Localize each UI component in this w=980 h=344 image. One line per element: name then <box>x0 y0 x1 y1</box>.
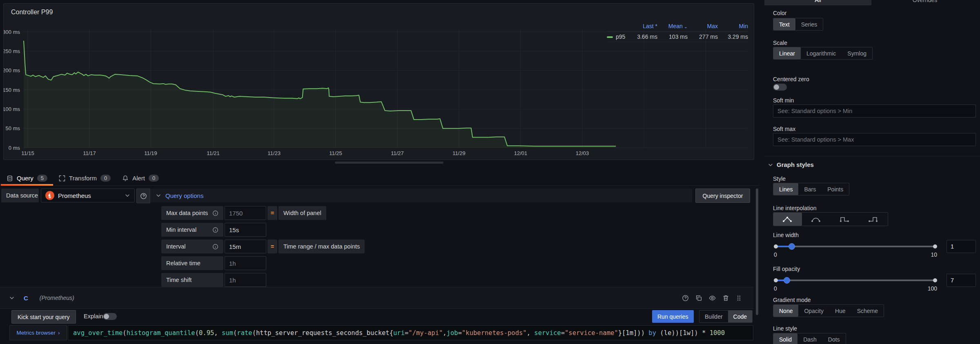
x-axis-label: 11/15 <box>21 150 34 156</box>
sort-caret-icon: ⌄ <box>684 24 688 29</box>
code-token: ) <box>694 329 698 337</box>
option-input-max-data-points[interactable]: 1750 <box>225 206 266 220</box>
data-source-value: Prometheus <box>58 192 121 199</box>
gradient-mode-radio-group: NoneOpacityHueScheme <box>773 304 884 317</box>
drag-handle-icon[interactable] <box>736 295 742 302</box>
code-token: "/my-api" <box>408 329 443 337</box>
scale-label: Scale <box>773 40 787 46</box>
color-option-series[interactable]: Series <box>795 18 823 30</box>
tab-count-badge: 0 <box>149 175 159 182</box>
copy-icon[interactable] <box>695 295 702 302</box>
line-style-option-dash[interactable]: Dash <box>797 333 822 344</box>
interp-step-after-button[interactable] <box>859 213 888 226</box>
code-token: avg_over_time <box>73 329 122 337</box>
run-queries-button[interactable]: Run queries <box>652 310 694 323</box>
equals-chip: = <box>267 240 277 253</box>
data-source-help-button[interactable] <box>136 189 150 203</box>
slider-handle[interactable] <box>788 243 795 250</box>
soft-max-label: Soft max <box>773 126 795 132</box>
query-inspector-button[interactable]: Query inspector <box>695 189 750 203</box>
code-token: { <box>390 329 393 337</box>
query-options-fields: Max data points1750=Width of panelMin in… <box>161 206 365 290</box>
option-input-time-shift[interactable]: 1h <box>225 273 266 287</box>
legend-header-max[interactable]: Max <box>688 23 718 29</box>
slider-track[interactable] <box>776 280 935 281</box>
option-input-relative-time[interactable]: 1h <box>225 256 266 270</box>
option-label-time-shift: Time shift <box>161 273 223 287</box>
y-axis-label: 250 ms <box>4 48 20 54</box>
help-icon[interactable] <box>682 295 689 302</box>
x-axis-label: 12/03 <box>576 150 589 156</box>
soft-max-input[interactable]: See: Standard options > Max <box>773 133 976 146</box>
mode-option-code[interactable]: Code <box>728 311 752 322</box>
legend-series-name[interactable]: p95 <box>607 33 627 40</box>
panel-resize-handle[interactable] <box>335 162 443 164</box>
code-token: le <box>664 329 672 337</box>
code-token: ( <box>122 329 126 337</box>
code-token: "service-name" <box>565 329 618 337</box>
graph-styles-section-header[interactable]: Graph styles <box>768 161 814 168</box>
interp-step-before-button[interactable] <box>831 213 859 226</box>
chevron-down-icon[interactable] <box>9 295 15 301</box>
soft-min-input[interactable]: See: Standard options > Min <box>773 104 976 118</box>
color-option-text[interactable]: Text <box>773 18 795 30</box>
gradient-mode-label: Gradient mode <box>773 297 811 303</box>
scrollbar-thumb[interactable] <box>756 189 758 315</box>
slider-track[interactable] <box>776 246 935 247</box>
mode-option-builder[interactable]: Builder <box>699 311 728 322</box>
tab-query[interactable]: Query5 <box>1 171 53 185</box>
promql-code-input[interactable]: avg_over_time(histogram_quantile(0.95, s… <box>68 325 753 340</box>
code-token: rate <box>237 329 252 337</box>
option-label-min-interval: Min interval <box>161 223 223 237</box>
slider-handle[interactable] <box>784 277 790 284</box>
legend-header-last[interactable]: Last * <box>627 23 657 29</box>
interp-smooth-button[interactable] <box>802 213 831 226</box>
kick-start-query-button[interactable]: Kick start your query <box>11 310 76 324</box>
centered-zero-toggle[interactable] <box>773 84 787 91</box>
legend-header-min[interactable]: Min <box>718 23 748 29</box>
slider-value-input[interactable]: 1 <box>947 240 976 253</box>
info-icon <box>212 244 218 250</box>
tab-all[interactable]: All <box>764 0 871 5</box>
style-option-lines[interactable]: Lines <box>773 183 798 195</box>
query-options-header[interactable]: Query options <box>151 189 692 202</box>
query-options-label: Query options <box>165 192 203 199</box>
line-style-option-dots[interactable]: Dots <box>822 333 846 344</box>
gradient-mode-option-opacity[interactable]: Opacity <box>798 305 829 317</box>
code-token: , <box>527 329 535 337</box>
query-datasource-label: (Prometheus) <box>40 295 74 301</box>
gradient-mode-option-none[interactable]: None <box>773 305 798 317</box>
code-token: 0.95 <box>199 329 214 337</box>
y-axis-label: 200 ms <box>4 67 20 73</box>
scale-option-linear[interactable]: Linear <box>773 47 801 59</box>
help-icon <box>140 193 147 200</box>
slider-value-input[interactable]: 7 <box>947 274 976 287</box>
code-token: ( <box>660 329 664 337</box>
line-style-option-solid[interactable]: Solid <box>773 333 797 344</box>
data-source-picker[interactable]: Prometheus <box>41 189 135 202</box>
style-option-bars[interactable]: Bars <box>798 183 822 195</box>
metrics-browser-button[interactable]: Metrics browser › <box>9 325 67 340</box>
x-axis-label: 11/25 <box>329 150 342 156</box>
query-option-row-max-data-points: Max data points1750=Width of panel <box>161 206 365 220</box>
gradient-mode-option-hue[interactable]: Hue <box>829 305 851 317</box>
code-token: http_server_requests_seconds_bucket <box>256 329 390 337</box>
tab-alert[interactable]: Alert0 <box>116 171 165 185</box>
line-style-radio-group: SolidDashDots <box>773 333 846 344</box>
style-option-points[interactable]: Points <box>822 183 849 195</box>
scale-option-symlog[interactable]: Symlog <box>842 47 872 59</box>
legend-header-mean[interactable]: Mean⌄ <box>657 23 688 29</box>
slider-end-dot <box>933 244 937 249</box>
tab-overrides[interactable]: Overrides <box>871 0 978 5</box>
scale-option-logarithmic[interactable]: Logarithmic <box>801 47 842 59</box>
trash-icon[interactable] <box>722 295 729 302</box>
explain-toggle[interactable] <box>103 313 117 320</box>
tab-transform[interactable]: Transform0 <box>53 171 116 185</box>
eye-icon[interactable] <box>709 295 716 302</box>
slider-min-label: 0 <box>774 251 777 258</box>
gradient-mode-option-scheme[interactable]: Scheme <box>851 305 884 317</box>
interp-linear-button[interactable] <box>773 213 802 226</box>
code-token: 1000 <box>710 329 725 337</box>
option-input-interval[interactable]: 15m <box>225 240 266 253</box>
option-input-min-interval[interactable]: 15s <box>225 223 266 237</box>
